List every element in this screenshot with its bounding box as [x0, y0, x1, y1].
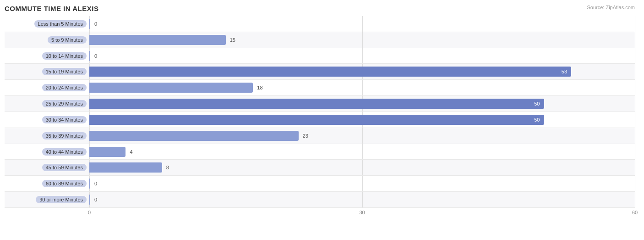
bar-row: 15 to 19 Minutes53	[5, 64, 635, 80]
bar-label-pill: 40 to 44 Minutes	[42, 148, 87, 156]
bar-label-pill: 15 to 19 Minutes	[42, 68, 87, 75]
bar-value: 0	[94, 21, 97, 27]
bar-chart: Less than 5 Minutes05 to 9 Minutes1510 t…	[5, 16, 635, 208]
bar-track: 15	[89, 32, 635, 48]
x-tick: 30	[359, 210, 365, 215]
bar-fill: 0	[89, 19, 90, 29]
bar-fill: 0	[89, 179, 90, 189]
bar-track: 0	[89, 48, 635, 64]
bar-label: 25 to 29 Minutes	[5, 100, 89, 107]
bar-row: Less than 5 Minutes0	[5, 16, 635, 32]
bar-label: Less than 5 Minutes	[5, 20, 89, 28]
bar-label: 45 to 59 Minutes	[5, 164, 89, 171]
gridlines	[89, 192, 635, 207]
bar-fill: 53	[89, 67, 571, 77]
gridlines	[89, 144, 635, 160]
bar-value: 0	[94, 197, 97, 202]
bar-value: 0	[94, 181, 97, 186]
bar-label: 90 or more Minutes	[5, 196, 89, 203]
bar-row: 60 to 89 Minutes0	[5, 176, 635, 192]
bar-track: 50	[89, 96, 635, 112]
bar-label-pill: Less than 5 Minutes	[34, 20, 87, 28]
bar-track: 0	[89, 16, 635, 32]
bar-fill: 0	[89, 195, 90, 205]
bar-value: 4	[130, 149, 132, 155]
source-label: Source: ZipAtlas.com	[587, 5, 635, 10]
bar-row: 35 to 39 Minutes23	[5, 128, 635, 144]
bar-value: 15	[230, 37, 235, 43]
gridlines	[89, 160, 635, 175]
bar-fill: 4	[89, 147, 126, 157]
gridlines	[89, 48, 635, 64]
bar-row: 10 to 14 Minutes0	[5, 48, 635, 64]
x-axis: 03060	[89, 208, 635, 218]
bar-fill: 8	[89, 162, 162, 173]
bar-label: 60 to 89 Minutes	[5, 180, 89, 187]
gridlines	[89, 176, 635, 191]
bar-row: 45 to 59 Minutes8	[5, 160, 635, 176]
chart-container: COMMUTE TIME IN ALEXIS Source: ZipAtlas.…	[0, 0, 644, 240]
bar-label-pill: 90 or more Minutes	[36, 196, 87, 203]
bar-row: 25 to 29 Minutes50	[5, 96, 635, 112]
bar-fill: 15	[89, 35, 226, 45]
bar-fill: 23	[89, 131, 299, 141]
bar-label: 40 to 44 Minutes	[5, 148, 89, 156]
bar-label: 10 to 14 Minutes	[5, 52, 89, 60]
bar-label-pill: 25 to 29 Minutes	[42, 100, 87, 107]
bar-label-pill: 30 to 34 Minutes	[42, 116, 87, 123]
bar-track: 18	[89, 80, 635, 95]
bar-value: 8	[166, 165, 169, 170]
gridlines	[89, 16, 635, 32]
bar-row: 5 to 9 Minutes15	[5, 32, 635, 48]
bar-value: 0	[94, 53, 97, 59]
bar-value: 50	[534, 101, 542, 106]
bar-value: 18	[257, 85, 262, 90]
bar-track: 23	[89, 128, 635, 144]
bar-value: 23	[303, 133, 308, 139]
bar-fill: 50	[89, 99, 544, 109]
bar-row: 40 to 44 Minutes4	[5, 144, 635, 160]
bar-label-pill: 5 to 9 Minutes	[48, 36, 87, 44]
bar-track: 8	[89, 160, 635, 175]
bar-fill: 18	[89, 83, 253, 93]
bar-track: 4	[89, 144, 635, 160]
bar-row: 90 or more Minutes0	[5, 192, 635, 208]
bar-label-pill: 20 to 24 Minutes	[42, 84, 87, 91]
bar-track: 53	[89, 64, 635, 79]
chart-area: Less than 5 Minutes05 to 9 Minutes1510 t…	[5, 16, 635, 219]
bar-label-pill: 45 to 59 Minutes	[42, 164, 87, 171]
bar-label-pill: 60 to 89 Minutes	[42, 180, 87, 187]
bar-label: 20 to 24 Minutes	[5, 84, 89, 91]
bar-label: 15 to 19 Minutes	[5, 68, 89, 75]
x-tick: 0	[88, 210, 91, 215]
bar-label-pill: 35 to 39 Minutes	[42, 132, 87, 140]
bar-label: 35 to 39 Minutes	[5, 132, 89, 140]
bar-track: 50	[89, 112, 635, 128]
bar-label: 30 to 34 Minutes	[5, 116, 89, 123]
bar-track: 0	[89, 176, 635, 191]
bar-label: 5 to 9 Minutes	[5, 36, 89, 44]
bar-fill: 50	[89, 115, 544, 125]
bar-fill: 0	[89, 51, 90, 61]
bar-label-pill: 10 to 14 Minutes	[42, 52, 87, 60]
bar-track: 0	[89, 192, 635, 207]
bar-value: 53	[562, 69, 569, 74]
x-tick: 60	[632, 210, 638, 215]
bar-value: 50	[534, 117, 542, 123]
bar-row: 30 to 34 Minutes50	[5, 112, 635, 128]
chart-title: COMMUTE TIME IN ALEXIS	[5, 5, 635, 12]
bar-row: 20 to 24 Minutes18	[5, 80, 635, 96]
